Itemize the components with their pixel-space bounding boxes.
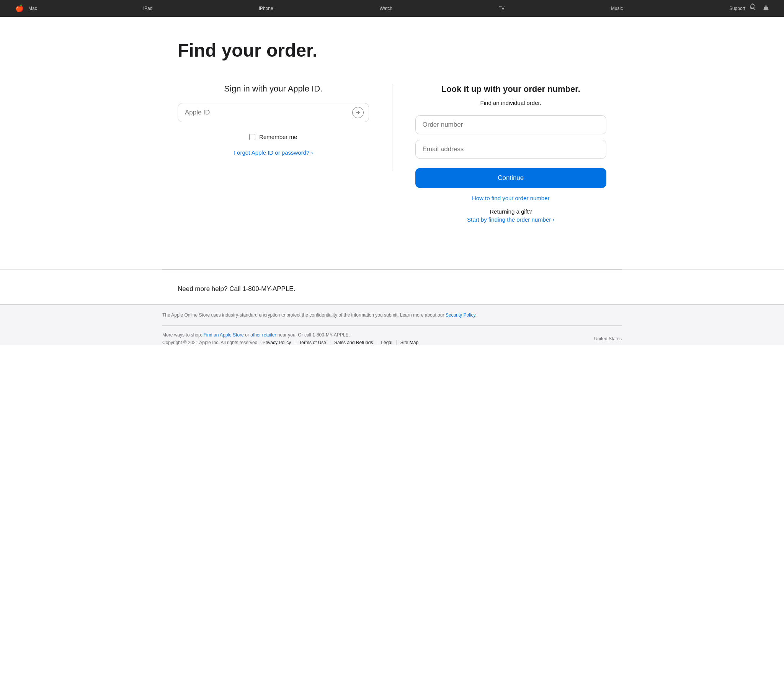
apple-id-input[interactable] bbox=[177, 103, 369, 122]
how-to-find-link[interactable]: How to find your order number bbox=[415, 195, 607, 201]
bag-icon[interactable] bbox=[763, 0, 769, 18]
remember-me-checkbox[interactable] bbox=[249, 134, 255, 140]
footer: The Apple Online Store uses industry-sta… bbox=[0, 304, 784, 345]
encryption-body: The Apple Online Store uses industry-sta… bbox=[162, 312, 446, 318]
privacy-policy-link[interactable]: Privacy Policy bbox=[263, 340, 295, 345]
footer-region[interactable]: United States bbox=[594, 336, 622, 341]
sign-in-title: Sign in with your Apple ID. bbox=[177, 84, 369, 94]
help-text: Need more help? Call 1-800-MY-APPLE. bbox=[177, 285, 607, 293]
other-retailer-link[interactable]: other retailer bbox=[250, 332, 276, 338]
email-address-input[interactable] bbox=[415, 140, 607, 159]
footer-bottom: More ways to shop: Find an Apple Store o… bbox=[162, 326, 622, 345]
order-lookup-panel: Look it up with your order number. Find … bbox=[392, 84, 607, 239]
security-policy-link[interactable]: Security Policy bbox=[446, 312, 476, 318]
returning-gift-label: Returning a gift? bbox=[415, 208, 607, 215]
order-lookup-title: Look it up with your order number. bbox=[415, 84, 607, 95]
nav-item-support[interactable]: Support bbox=[725, 6, 750, 11]
apple-id-input-wrap bbox=[177, 103, 369, 122]
find-store-link[interactable]: Find an Apple Store bbox=[203, 332, 244, 338]
forgot-apple-id-link[interactable]: Forgot Apple ID or password? › bbox=[177, 149, 369, 156]
apple-id-submit-button[interactable] bbox=[352, 107, 364, 118]
footer-links: Privacy Policy Terms of Use Sales and Re… bbox=[263, 340, 423, 345]
start-finding-link[interactable]: Start by finding the order number › bbox=[467, 216, 554, 223]
nav-item-ipad[interactable]: iPad bbox=[139, 6, 157, 11]
legal-link[interactable]: Legal bbox=[377, 340, 396, 345]
search-icon[interactable] bbox=[750, 0, 756, 18]
page-title: Find your order. bbox=[177, 40, 607, 61]
nav-item-mac[interactable]: Mac bbox=[24, 6, 42, 11]
returning-gift-section: Returning a gift? Start by finding the o… bbox=[415, 208, 607, 223]
find-individual-text: Find an individual order. bbox=[415, 99, 607, 106]
navigation: 🍎 Mac iPad iPhone Watch TV Music Support bbox=[0, 0, 784, 17]
site-map-link[interactable]: Site Map bbox=[396, 340, 422, 345]
nav-item-music[interactable]: Music bbox=[607, 6, 627, 11]
terms-of-use-link[interactable]: Terms of Use bbox=[295, 340, 330, 345]
remember-me-label: Remember me bbox=[259, 134, 297, 140]
footer-shop-text: More ways to shop: Find an Apple Store o… bbox=[162, 332, 422, 338]
nav-item-iphone[interactable]: iPhone bbox=[254, 6, 278, 11]
order-number-input[interactable] bbox=[415, 115, 607, 134]
footer-encryption-text: The Apple Online Store uses industry-sta… bbox=[162, 305, 622, 326]
copyright-text: Copyright © 2021 Apple Inc. All rights r… bbox=[162, 340, 259, 345]
apple-logo[interactable]: 🍎 bbox=[15, 4, 24, 13]
nav-item-tv[interactable]: TV bbox=[494, 6, 509, 11]
remember-me-row: Remember me bbox=[177, 134, 369, 140]
continue-button[interactable]: Continue bbox=[415, 168, 607, 188]
nav-item-watch[interactable]: Watch bbox=[375, 6, 397, 11]
sign-in-panel: Sign in with your Apple ID. Remember me … bbox=[177, 84, 392, 171]
footer-left: More ways to shop: Find an Apple Store o… bbox=[162, 332, 422, 345]
sales-refunds-link[interactable]: Sales and Refunds bbox=[330, 340, 377, 345]
help-section: Need more help? Call 1-800-MY-APPLE. bbox=[162, 270, 622, 304]
